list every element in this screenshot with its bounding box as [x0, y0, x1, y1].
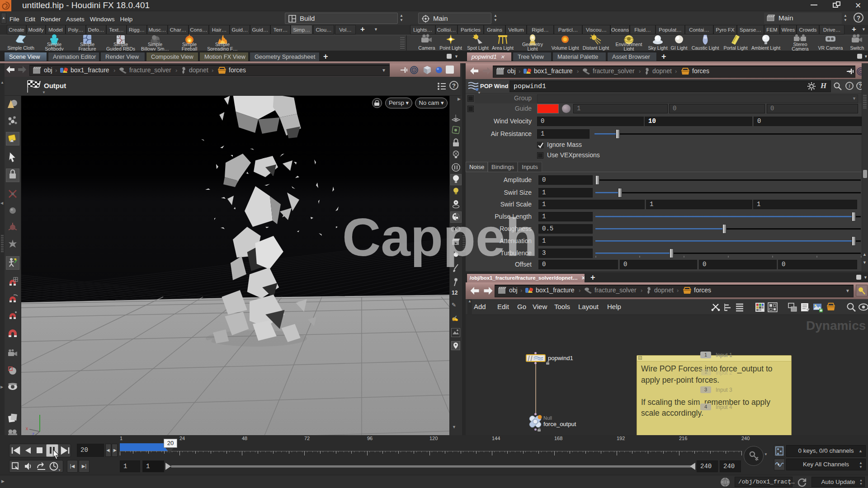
svg-text:x: x [26, 426, 28, 431]
svg-text:z: z [32, 432, 34, 435]
